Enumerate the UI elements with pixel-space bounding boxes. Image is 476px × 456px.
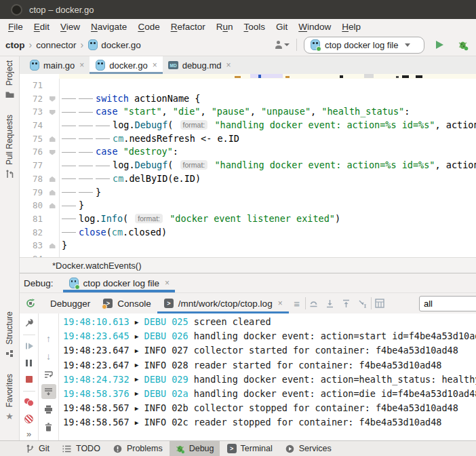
debug-tab-debugger[interactable]: Debugger [44, 293, 96, 314]
mute-breakpoints-button[interactable] [22, 412, 37, 426]
menu-item-file[interactable]: File [3, 22, 28, 32]
window-menu-button[interactable] [11, 4, 22, 16]
menu-item-edit[interactable]: Edit [28, 22, 55, 32]
close-icon[interactable]: × [278, 299, 283, 308]
fold-gutter[interactable] [45, 146, 59, 159]
line-number[interactable]: 75 [20, 132, 45, 146]
run-button[interactable] [431, 37, 448, 53]
line-number[interactable]: 82 [20, 226, 45, 240]
fold-gutter[interactable] [45, 106, 59, 119]
line-number[interactable]: 81 [20, 212, 45, 226]
rerun-button[interactable] [22, 295, 39, 311]
breadcrumb-item-docker-go[interactable]: docker.go [87, 39, 141, 50]
code-line: 72switch actionName { [20, 92, 476, 106]
line-number[interactable]: 74 [20, 119, 45, 132]
close-icon[interactable]: × [165, 278, 170, 288]
title-bar[interactable]: ctop – docker.go [0, 0, 476, 19]
user-avatar-button[interactable] [273, 37, 290, 53]
fold-gutter[interactable] [45, 239, 59, 252]
line-number[interactable]: 71 [20, 79, 45, 92]
bug-icon [457, 39, 469, 51]
fold-marker-icon[interactable] [49, 203, 56, 208]
up-stack-trace-button[interactable] [306, 295, 322, 311]
navigate-caret-button[interactable] [355, 295, 371, 311]
sidebar-item-structure[interactable]: Structure [4, 311, 15, 359]
md-icon: MD [168, 60, 179, 71]
bottom-bar-item-terminal[interactable]: >Terminal [221, 441, 278, 456]
editor-tab-docker-go[interactable]: docker.go× [90, 56, 162, 74]
line-number[interactable]: 79 [20, 186, 45, 200]
scroll-to-end-button[interactable] [41, 384, 56, 399]
menu-item-view[interactable]: View [55, 22, 85, 32]
fold-marker-icon[interactable] [49, 150, 56, 155]
fold-marker-icon[interactable] [49, 110, 56, 115]
sidebar-item-project[interactable]: Project [4, 60, 15, 100]
bottom-bar-item-todo[interactable]: TODO [56, 441, 106, 456]
line-number[interactable]: 84 [20, 252, 45, 257]
close-icon[interactable]: × [153, 60, 157, 70]
view-breakpoints-button[interactable] [22, 396, 37, 410]
menu-item-window[interactable]: Window [293, 22, 336, 32]
bottom-bar-item-debug[interactable]: Debug [170, 441, 220, 456]
editor-breadcrumb[interactable]: *Docker.watchEvents() [20, 257, 476, 273]
down-stack-trace-button[interactable] [322, 295, 338, 311]
close-icon[interactable]: × [79, 60, 84, 70]
print-button[interactable] [41, 402, 56, 417]
sidebar-item-pull-requests[interactable]: Pull Requests [4, 115, 15, 179]
debug-session-tab[interactable]: ctop docker log file × [63, 273, 176, 292]
fold-gutter[interactable] [45, 172, 59, 186]
debug-tab--mnt-work-ctop-ctop-log[interactable]: >/mnt/work/ctop/ctop.log× [157, 293, 289, 314]
bottom-bar-item-services[interactable]: Services [279, 441, 337, 456]
fold-marker-icon[interactable] [49, 190, 56, 195]
debug-tab-console[interactable]: >Console [96, 293, 157, 314]
line-number[interactable]: 73 [20, 105, 45, 119]
menu-item-tools[interactable]: Tools [238, 22, 271, 32]
breadcrumb-item-connector[interactable]: connector [36, 40, 76, 50]
editor-tab-main-go[interactable]: main.go× [24, 56, 90, 74]
fold-marker-icon[interactable] [49, 136, 56, 142]
code-line: 80} [20, 199, 476, 212]
code-editor[interactable]: 7172switch actionName {73case "start", "… [20, 74, 476, 257]
menu-item-code[interactable]: Code [132, 22, 165, 32]
sidebar-item-favorites[interactable]: Favorites★ [4, 374, 15, 421]
fold-gutter[interactable] [45, 186, 59, 200]
resume-button[interactable] [22, 339, 37, 354]
bottom-bar-item-problems[interactable]: Problems [107, 441, 168, 456]
line-number[interactable]: 83 [20, 239, 45, 252]
line-number[interactable]: 76 [20, 145, 45, 159]
line-number[interactable]: 80 [20, 199, 45, 212]
menu-item-navigate[interactable]: Navigate [85, 22, 132, 32]
prev-occurrence-button[interactable]: ↑ [41, 331, 56, 346]
menu-item-help[interactable]: Help [336, 22, 366, 32]
close-icon[interactable]: × [226, 60, 231, 70]
fold-gutter[interactable] [45, 132, 59, 146]
line-number[interactable]: 77 [20, 159, 45, 172]
bottom-bar-item-git[interactable]: Git [19, 441, 55, 456]
menu-item-git[interactable]: Git [271, 22, 293, 32]
line-number[interactable]: 78 [20, 172, 45, 186]
line-number[interactable]: 72 [20, 92, 45, 106]
clear-all-button[interactable] [41, 419, 56, 434]
fold-gutter[interactable] [45, 199, 59, 212]
menu-item-refactor[interactable]: Refactor [165, 22, 211, 32]
log-filter-select[interactable] [419, 296, 476, 311]
fold-marker-icon[interactable] [49, 243, 56, 248]
log-output[interactable]: 19:48:10.613 ▶ DEBU 025 screen cleared19… [59, 314, 476, 440]
restore-layout-button[interactable] [372, 295, 388, 311]
stop-button[interactable] [22, 373, 37, 387]
fold-gutter[interactable] [45, 92, 59, 106]
editor-tab-debug-md[interactable]: MDdebug.md× [163, 56, 237, 74]
more-actions-button[interactable]: » [26, 429, 31, 439]
debug-settings-button[interactable] [22, 316, 37, 330]
run-configuration-select[interactable]: ctop docker log file [304, 37, 424, 54]
console-options-button[interactable]: ≡ [289, 295, 305, 311]
soft-wrap-button[interactable] [41, 366, 56, 381]
fold-marker-icon[interactable] [49, 176, 56, 182]
debug-button[interactable] [454, 37, 471, 53]
next-occurrence-button[interactable]: ↓ [41, 349, 56, 364]
pause-button[interactable] [22, 356, 37, 370]
breadcrumb-item-ctop[interactable]: ctop [5, 40, 25, 50]
menu-item-run[interactable]: Run [211, 22, 239, 32]
fold-marker-icon[interactable] [49, 96, 56, 102]
up-to-bar-button[interactable] [338, 295, 355, 311]
